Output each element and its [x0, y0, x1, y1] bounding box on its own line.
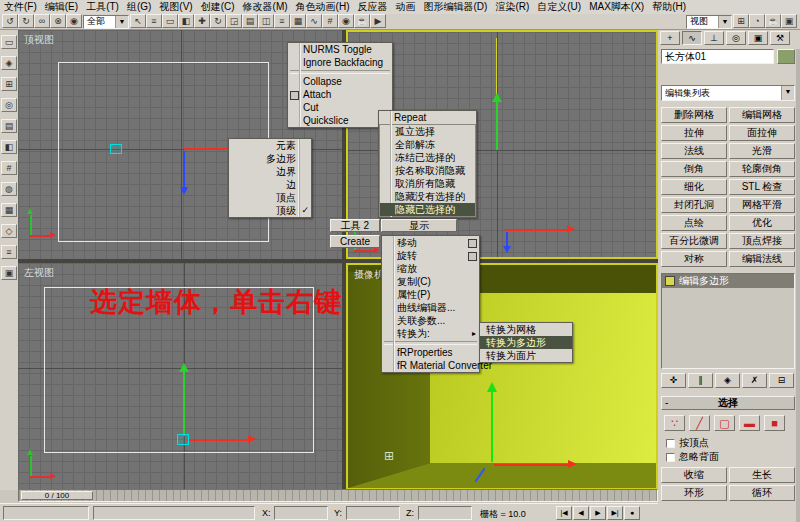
side-toolbar-icon[interactable]: ≡ [1, 245, 17, 259]
modifier-button[interactable]: 倒角 [661, 161, 727, 177]
toolbar-icon[interactable]: ⊗ [50, 14, 66, 28]
object-name-field[interactable]: 长方体01 [661, 49, 774, 64]
side-toolbar-icon[interactable]: ◇ [1, 224, 17, 238]
menu-item[interactable]: 隐藏没有选择的 [380, 190, 475, 203]
modifier-button[interactable]: 轮廓倒角 [729, 161, 795, 177]
toolbar-icon[interactable]: ▣ [781, 14, 797, 28]
subobject-level-icon[interactable]: ∵ [664, 415, 685, 431]
modifier-list-dropdown[interactable]: 编辑集列表 ▼ [661, 85, 795, 101]
tab-hierarchy-icon[interactable]: ⊥ [704, 31, 724, 45]
selection-button[interactable]: 收缩 [661, 467, 727, 483]
stack-tool-icon[interactable]: ✗ [742, 373, 767, 388]
side-toolbar-icon[interactable]: ⊞ [1, 77, 17, 91]
side-toolbar-icon[interactable]: ◍ [1, 182, 17, 196]
toolbar-icon[interactable]: ◉ [338, 14, 354, 28]
menu-item[interactable]: 复制(C) [382, 275, 479, 288]
menu-item[interactable]: 角色动画(H) [292, 0, 354, 14]
menu-item[interactable]: 属性(P) [382, 288, 479, 301]
tab-motion-icon[interactable]: ◎ [726, 31, 746, 45]
toolbar-icon[interactable]: ∞ [34, 14, 50, 28]
menu-item[interactable]: 转换为面片 [480, 349, 572, 362]
toolbar-icon[interactable]: ▭ [162, 14, 178, 28]
stack-tool-icon[interactable]: ✜ [661, 373, 686, 388]
modifier-button[interactable]: 对称 [661, 251, 727, 267]
menu-item[interactable]: 多边形 [229, 152, 311, 165]
toolbar-icon[interactable]: ↖ [130, 14, 146, 28]
gizmo-x-axis[interactable] [186, 439, 248, 441]
z-coordinate-field[interactable] [418, 506, 472, 520]
modifier-button[interactable]: 百分比微调 [661, 233, 727, 249]
menu-item-highlighted[interactable]: 隐藏已选择的 [380, 203, 475, 216]
toolbar-icon[interactable]: ◧ [178, 14, 194, 28]
menu-item[interactable]: 图形编辑器(D) [419, 0, 491, 14]
x-coordinate-field[interactable] [274, 506, 328, 520]
modifier-button[interactable]: 法线 [661, 143, 727, 159]
modifier-button[interactable]: 编辑网格 [729, 107, 795, 123]
viewport-label[interactable]: 左视图 [24, 266, 54, 280]
chevron-down-icon[interactable]: ▼ [781, 86, 794, 100]
stack-tool-icon[interactable]: ◈ [715, 373, 740, 388]
subobject-level-icon[interactable]: ▢ [714, 415, 735, 431]
gizmo-y-axis[interactable] [183, 372, 185, 436]
playback-button-icon[interactable]: ● [624, 506, 640, 520]
menu-item[interactable]: 冻结已选择的 [380, 151, 475, 164]
chevron-down-icon[interactable]: ▼ [115, 16, 128, 28]
menu-item[interactable]: Cut [288, 101, 392, 114]
ignore-backfacing-checkbox[interactable]: 忽略背面 [666, 450, 719, 464]
toolbar-icon[interactable]: ↺ [2, 14, 18, 28]
menu-item[interactable]: MAX脚本(X) [585, 0, 648, 14]
gizmo-z-axis[interactable] [506, 232, 508, 246]
menu-item[interactable]: Repeat [379, 111, 476, 124]
toolbar-icon[interactable]: ✚ [194, 14, 210, 28]
gizmo-y-axis[interactable] [496, 102, 498, 150]
modifier-button[interactable]: 细化 [661, 179, 727, 195]
tab-display-icon[interactable]: ▣ [748, 31, 768, 45]
side-toolbar-icon[interactable]: ◧ [1, 140, 17, 154]
selection-filter-dropdown[interactable]: 全部 ▼ [83, 15, 129, 29]
menu-item[interactable]: 视图(V) [155, 0, 196, 14]
toolbar-icon[interactable]: ◔ [749, 14, 765, 28]
side-toolbar-icon[interactable]: ◈ [1, 56, 17, 70]
side-toolbar-icon[interactable]: ▣ [1, 266, 17, 280]
object-color-swatch[interactable] [777, 49, 795, 64]
modifier-button[interactable]: 顶点焊接 [729, 233, 795, 249]
selection-button[interactable]: 环形 [661, 485, 727, 501]
modifier-button[interactable]: 优化 [729, 215, 795, 231]
panel-scrollbar[interactable] [796, 49, 800, 522]
side-toolbar-icon[interactable]: ◎ [1, 98, 17, 112]
modifier-button[interactable]: 封闭孔洞 [661, 197, 727, 213]
y-coordinate-field[interactable] [346, 506, 400, 520]
menu-item[interactable]: 全部解冻 [380, 138, 475, 151]
selection-button[interactable]: 生长 [729, 467, 795, 483]
menu-item[interactable]: 移动 [382, 236, 479, 249]
stack-row-selected[interactable]: 编辑多边形 [662, 274, 794, 288]
toolbar-icon[interactable]: ◲ [226, 14, 242, 28]
menu-item[interactable]: 组(G) [123, 0, 155, 14]
tab-modify-icon[interactable]: ∿ [682, 31, 702, 45]
modifier-button[interactable]: 编辑法线 [729, 251, 795, 267]
checkbox-icon[interactable] [666, 453, 675, 462]
toolbar-icon[interactable]: ☕ [354, 14, 370, 28]
menu-item[interactable]: 孤立选择 [380, 125, 475, 138]
menu-item[interactable]: 修改器(M) [239, 0, 292, 14]
reference-coordinate-dropdown[interactable]: 视图 ▼ [686, 15, 732, 29]
menu-item[interactable]: Collapse [288, 75, 392, 88]
menu-item[interactable]: 反应器 [353, 0, 391, 14]
side-toolbar-icon[interactable]: ▤ [1, 119, 17, 133]
quad-label-display[interactable]: 显示 [381, 219, 457, 232]
selection-rollout-header[interactable]: - 选择 [661, 396, 795, 410]
modifier-button[interactable]: STL 检查 [729, 179, 795, 195]
menu-item[interactable]: 元素 [229, 139, 311, 152]
menu-item[interactable]: 编辑(E) [41, 0, 82, 14]
playback-button-icon[interactable]: ◀ [573, 506, 589, 520]
menu-item[interactable]: 取消所有隐藏 [380, 177, 475, 190]
menu-item[interactable]: 缩放 [382, 262, 479, 275]
menu-item[interactable]: 工具(T) [82, 0, 123, 14]
toolbar-icon[interactable]: ⊞ [733, 14, 749, 28]
menu-item[interactable]: 关联参数... [382, 314, 479, 327]
menu-item[interactable]: 按名称取消隐藏 [380, 164, 475, 177]
gizmo-y-axis[interactable] [183, 151, 185, 187]
menu-item[interactable]: Quickslice [288, 114, 392, 127]
toolbar-icon[interactable]: ◉ [66, 14, 82, 28]
checkbox-icon[interactable] [666, 439, 675, 448]
